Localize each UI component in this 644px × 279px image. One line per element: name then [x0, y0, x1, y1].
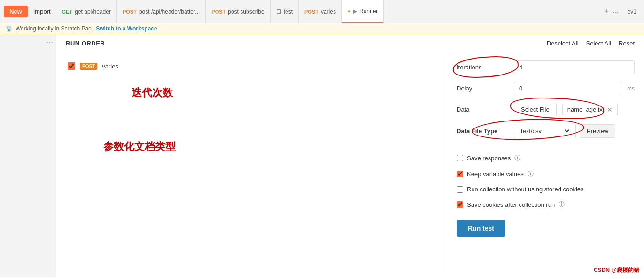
keep-variable-label: Keep variable values: [467, 171, 524, 178]
data-file-controls: Select File name_age.txt ✕: [514, 103, 618, 116]
annotation-iterations: 迭代次数: [132, 86, 173, 100]
iterations-row: Iterations 4: [457, 60, 635, 74]
checkbox-run-without-cookies: Run collection without using stored cook…: [457, 186, 635, 193]
run-item: POST varies: [66, 59, 437, 74]
run-item-name: varies: [102, 63, 118, 70]
method-post-badge: POST: [211, 9, 225, 15]
watermark: CSDN @爬楼的猪: [594, 266, 639, 274]
reset-button[interactable]: Reset: [619, 40, 635, 47]
method-post-badge: POST: [123, 9, 137, 15]
checkbox-keep-variable: Keep variable values ⓘ: [457, 170, 635, 178]
run-order-list: POST varies 迭代次数 参数化文档类型: [56, 53, 447, 277]
data-file-type-dropdown[interactable]: text/csv application/json: [514, 124, 576, 138]
save-cookies-checkbox[interactable]: [457, 201, 463, 208]
tab-label: Runner: [359, 8, 378, 15]
data-file-type-label: Data File Type: [457, 128, 508, 135]
top-bar: New Import GET get api/header POST post …: [0, 0, 644, 23]
run-without-cookies-checkbox[interactable]: [457, 186, 463, 193]
keep-variable-info-icon[interactable]: ⓘ: [528, 170, 534, 178]
runner-config: Iterations 4 Delay ms Data Select File: [447, 53, 644, 277]
iterations-label: Iterations: [457, 64, 508, 71]
tab-label: get api/header: [75, 8, 111, 15]
annotation-data-type: 参数化文档类型: [103, 140, 176, 154]
runner-body: POST varies 迭代次数 参数化文档类型 Iterations 4: [56, 53, 644, 277]
data-row: Data Select File name_age.txt ✕: [457, 103, 635, 116]
delay-input[interactable]: [514, 82, 621, 95]
tab-runner[interactable]: ● ▶ Runner: [342, 0, 384, 23]
runner-title: RUN ORDER: [66, 40, 105, 47]
file-name-tag: name_age.txt ✕: [562, 104, 618, 115]
data-file-type-row: Data File Type text/csv application/json…: [457, 124, 635, 138]
import-button[interactable]: Import: [30, 6, 54, 17]
method-get-badge: GET: [62, 9, 73, 15]
tab-actions: + ···: [600, 7, 621, 16]
sidebar: ···: [0, 34, 56, 277]
sidebar-menu-button[interactable]: ···: [47, 38, 53, 46]
run-test-container: Run test: [457, 216, 635, 237]
notice-bar: 📡 Working locally in Scratch Pad. Switch…: [0, 23, 644, 34]
more-tabs-button[interactable]: ···: [613, 8, 618, 15]
file-name: name_age.txt: [567, 106, 605, 113]
add-tab-button[interactable]: +: [604, 7, 609, 16]
main-layout: ··· RUN ORDER Deselect All Select All Re…: [0, 34, 644, 277]
env-selector[interactable]: ev1: [624, 8, 640, 15]
notice-icon: 📡: [6, 25, 13, 32]
delay-label: Delay: [457, 85, 508, 92]
preview-button[interactable]: Preview: [580, 124, 615, 138]
select-file-button[interactable]: Select File: [514, 103, 557, 116]
save-responses-checkbox[interactable]: [457, 155, 463, 161]
select-all-button[interactable]: Select All: [586, 40, 611, 47]
keep-variable-checkbox[interactable]: [457, 171, 463, 177]
tab-get-header[interactable]: GET get api/header: [56, 0, 117, 23]
data-label: Data: [457, 106, 508, 113]
deselect-all-button[interactable]: Deselect All: [547, 40, 579, 47]
runner-panel: RUN ORDER Deselect All Select All Reset …: [56, 34, 644, 277]
notice-text: Working locally in Scratch Pad.: [16, 25, 93, 32]
run-item-checkbox[interactable]: [68, 62, 75, 70]
run-without-cookies-label: Run collection without using stored cook…: [467, 186, 584, 193]
save-cookies-info-icon[interactable]: ⓘ: [559, 200, 565, 209]
save-cookies-label: Save cookies after collection run: [467, 201, 555, 208]
save-responses-info-icon[interactable]: ⓘ: [514, 154, 520, 162]
run-test-button[interactable]: Run test: [457, 220, 505, 237]
iterations-input[interactable]: 4: [514, 60, 635, 74]
tab-label: post /api/header/batter...: [139, 8, 200, 15]
file-icon: ☐: [276, 8, 281, 15]
save-responses-label: Save responses: [467, 155, 511, 162]
runner-header-actions: Deselect All Select All Reset: [547, 40, 635, 47]
tab-label: test: [284, 8, 293, 15]
tab-label: post subscribe: [228, 8, 264, 15]
delay-row: Delay ms: [457, 82, 635, 95]
tab-test[interactable]: ☐ test: [271, 0, 299, 23]
runner-play-icon: ▶: [353, 8, 357, 15]
divider: [457, 146, 635, 146]
file-remove-button[interactable]: ✕: [607, 106, 613, 113]
tab-label: varies: [321, 8, 336, 15]
tab-post-subscribe[interactable]: POST post subscribe: [206, 0, 270, 23]
checkbox-save-cookies: Save cookies after collection run ⓘ: [457, 200, 635, 209]
new-button[interactable]: New: [4, 6, 28, 17]
delay-unit: ms: [627, 85, 635, 92]
method-post-badge: POST: [304, 9, 318, 15]
notice-link[interactable]: Switch to a Workspace: [96, 25, 157, 32]
runner-header: RUN ORDER Deselect All Select All Reset: [56, 34, 644, 53]
tab-post-header-batter[interactable]: POST post /api/header/batter...: [117, 0, 206, 23]
tab-post-varies[interactable]: POST varies: [299, 0, 342, 23]
checkbox-save-responses: Save responses ⓘ: [457, 154, 635, 162]
runner-dot: ●: [348, 8, 350, 14]
run-item-method-badge: POST: [80, 63, 97, 70]
data-file-type-select[interactable]: text/csv application/json: [519, 127, 571, 135]
tabs-bar: GET get api/header POST post /api/header…: [56, 0, 598, 23]
